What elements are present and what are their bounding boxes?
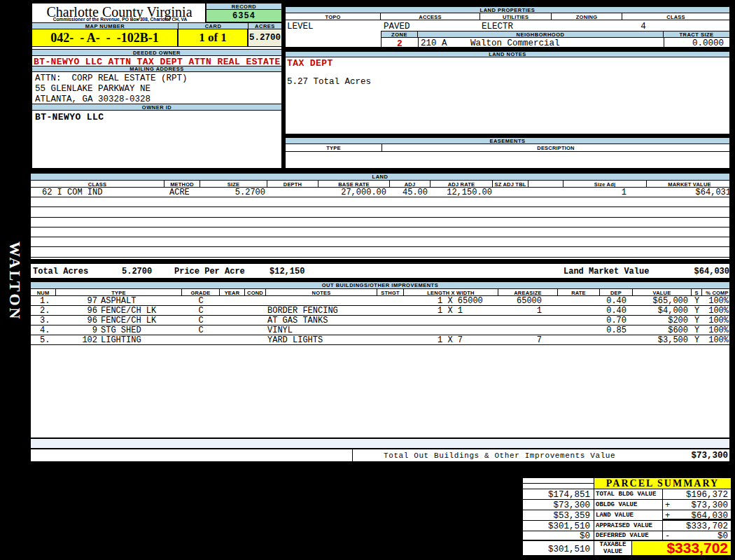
land-table: LAND CLASS METHOD SIZE DEPTH BASE RATE A… <box>29 172 731 279</box>
property-record-card: WALTON Charlotte County Virginia Commiss… <box>0 0 735 560</box>
owner-id-label: OWNER ID <box>32 104 281 111</box>
out-h-year: YEAR <box>220 289 245 296</box>
acres-value: 5.2700 <box>248 29 281 47</box>
land-market-value-total: $64,030 <box>640 267 729 276</box>
owner-id-value: BT-NEWYO LLC <box>35 112 104 122</box>
zone-header: ZONE <box>382 31 418 38</box>
land-method: ACRE <box>169 188 190 197</box>
out-total-label: Total Out Buildings & Other Improvements… <box>384 451 615 460</box>
tract-size-value: 0.0000 <box>664 38 724 48</box>
land-size-adj: 1 <box>564 188 626 197</box>
land-base-rate: 27,000.00 <box>318 188 386 197</box>
land-market-value: $64,031 <box>647 188 731 197</box>
neighborhood-header: NEIGHBORHOOD <box>418 31 664 38</box>
out-h-type: TYPE <box>56 289 182 296</box>
land-h-class: CLASS <box>31 181 164 188</box>
out-h-area: AREASIZE <box>498 289 558 296</box>
out-row-5: 5. 102 LIGHTING YARD LIGHTS 1 X 7 7 $3,5… <box>31 335 729 345</box>
owner-overflow: TAX DEPT <box>287 58 333 69</box>
out-h-lxw: LENGTH X WIDTH <box>404 289 498 296</box>
land-h-method: METHOD <box>164 181 200 188</box>
tract-size-header: TRACT SIZE <box>664 31 729 38</box>
land-title: LAND <box>31 174 729 181</box>
land-h-size-adj: Size Adj <box>564 181 647 188</box>
mailing-address-label: MAILING ADDRESS <box>32 66 281 72</box>
summary-row-3: $53,359 LAND VALUE + $64,030 <box>523 510 731 521</box>
out-h-dep: DEP <box>600 289 633 296</box>
easement-type-header: TYPE <box>286 144 382 152</box>
out-h-num: NUM <box>31 289 56 296</box>
card-label: CARD <box>178 22 248 29</box>
walton-watermark: WALTON <box>6 241 24 317</box>
land-h-market-value: MARKET VALUE <box>647 181 732 188</box>
total-acres-value: 5.2700 <box>122 267 152 276</box>
pale-row <box>31 438 729 449</box>
summary-blank-2 <box>523 484 594 489</box>
address-line-2: 55 GLENLAKE PARKWAY NE <box>35 84 150 94</box>
topo-header: TOPO <box>286 13 381 20</box>
neighborhood-code: 210 A <box>421 38 447 48</box>
land-size: 5.2700 <box>200 188 265 197</box>
out-h-notes: NOTES <box>266 289 377 296</box>
land-data-row: 62 I COM IND ACRE 5.2700 27,000.00 45.00… <box>31 188 729 197</box>
land-h-depth: DEPTH <box>267 181 318 188</box>
out-h-rate: RATE <box>558 289 600 296</box>
summary-taxable-row: $301,510 TAXABLE VALUE $333,702 <box>523 541 731 555</box>
commissioner-subtitle: Commissioner of the Revenue, PO Box 308,… <box>33 17 207 22</box>
easements-panel: EASEMENTS TYPE DESCRIPTION <box>284 136 731 169</box>
access-value: PAVED <box>384 22 410 31</box>
out-total-row: Total Out Buildings & Other Improvements… <box>31 449 729 463</box>
land-h-sz-adj-tbl: SZ ADJ TBL <box>493 181 528 188</box>
land-adj: 45.00 <box>390 188 428 197</box>
land-notes-panel: LAND NOTES TAX DEPT 5.27 Total Acres <box>284 50 731 135</box>
land-note-line: 5.27 Total Acres <box>287 77 371 87</box>
out-row-2: 2. 96 FENCE/CH LK C BORDER FENCING 1 X 1… <box>31 306 729 316</box>
land-h-adj-rate: ADJ RATE <box>430 181 493 188</box>
address-line-1: ATTN: CORP REAL ESTATE (RPT) <box>35 74 188 83</box>
record-label: RECORD <box>206 4 281 10</box>
price-per-acre-value: $12,150 <box>270 267 304 276</box>
land-properties-title: LAND PROPERTIES <box>286 7 729 13</box>
summary-row-4: $301,510 APPRAISED VALUE $333,702 <box>523 521 731 531</box>
zone-value: 2 <box>382 38 418 49</box>
out-buildings-table: OUT BUILDINGS/OTHER IMPROVEMENTS NUM TYP… <box>29 281 731 464</box>
topo-value: LEVEL <box>287 22 314 31</box>
out-buildings-title: OUT BUILDINGS/OTHER IMPROVEMENTS <box>31 282 729 289</box>
class-value: 4 <box>622 22 664 31</box>
out-h-grade: GRADE <box>182 289 220 296</box>
owner-panel: Charlotte County Virginia Commissioner o… <box>31 2 283 169</box>
acres-label: ACRES <box>248 22 281 29</box>
zoning-header: ZONING <box>552 13 622 20</box>
land-market-value-label: Land Market Value <box>564 267 649 276</box>
easement-desc-header: DESCRIPTION <box>382 144 729 152</box>
land-h-size: SIZE <box>200 181 267 188</box>
utilities-header: UTILITIES <box>480 13 552 20</box>
map-number-label: MAP NUMBER <box>32 22 178 29</box>
parcel-summary: PARCEL SUMMARY $174,851 TOTAL BLDG VALUE… <box>522 477 732 556</box>
land-h-blank <box>528 181 564 188</box>
out-row-1: 1. 97 ASPHALT C 1 X 65000 65000 0.40 $65… <box>31 296 729 306</box>
price-per-acre-label: Price Per Acre <box>174 267 245 276</box>
out-row-3: 3. 96 FENCE/CH LK C AT GAS TANKS 0.70 $2… <box>31 316 729 326</box>
access-header: ACCESS <box>381 13 480 20</box>
land-h-base-rate: BASE RATE <box>318 181 390 188</box>
summary-blank-1 <box>523 478 594 484</box>
land-properties-panel: LAND PROPERTIES TOPO ACCESS UTILITIES ZO… <box>284 6 731 48</box>
out-total-value: $73,300 <box>661 451 728 461</box>
out-h-comp: % COMP <box>702 289 732 296</box>
record-value: 6354 <box>206 10 281 22</box>
parcel-summary-title: PARCEL SUMMARY <box>594 478 731 489</box>
zone-subtable: ZONE NEIGHBORHOOD TRACT SIZE 2 210 A Wal… <box>381 31 729 47</box>
land-class: 62 I COM IND <box>42 188 102 197</box>
utilities-value: ELECTR <box>482 22 513 31</box>
card-value: 1 of 1 <box>178 29 248 47</box>
total-acres-label: Total Acres <box>33 267 88 276</box>
summary-row-1: $174,851 TOTAL BLDG VALUE $196,372 <box>523 489 731 500</box>
land-h-adj: ADJ <box>390 181 430 188</box>
out-h-cond: COND <box>245 289 266 296</box>
address-line-3: ATLANTA, GA 30328-0328 <box>35 94 150 104</box>
land-notes-title: LAND NOTES <box>286 52 729 57</box>
land-totals-row: Total Acres 5.2700 Price Per Acre $12,15… <box>31 264 729 279</box>
out-row-4: 4. 9 STG SHED C VINYL 0.85 $600 Y 100% <box>31 326 729 335</box>
out-h-sthgt: STHGT <box>377 289 404 296</box>
